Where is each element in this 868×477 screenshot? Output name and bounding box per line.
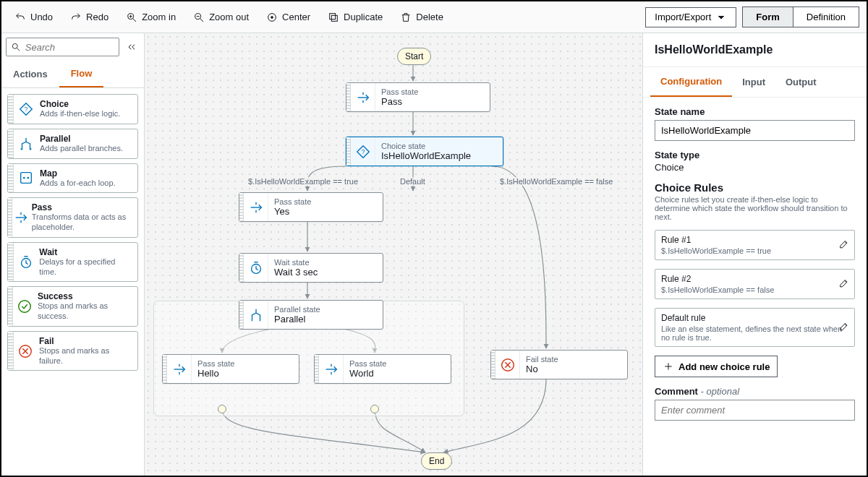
main: Actions Flow ? ChoiceAdds if-then-else l… (1, 33, 867, 476)
duplicate-button[interactable]: Duplicate (322, 9, 388, 26)
tab-actions[interactable]: Actions (1, 61, 59, 87)
svg-rect-4 (331, 15, 337, 21)
center-button[interactable]: Center (260, 9, 316, 26)
choice-rule-2[interactable]: Rule #2 $.IsHelloWorldExample == false (655, 269, 855, 299)
edit-rule-button[interactable] (838, 321, 850, 335)
flow-palette: ? ChoiceAdds if-then-else logic. Paralle… (1, 88, 144, 377)
plus-icon (663, 361, 674, 372)
delete-label: Delete (416, 12, 443, 22)
state-name-input[interactable] (655, 120, 855, 141)
choice-rule-1[interactable]: Rule #1 $.IsHelloWorldExample == true (655, 230, 855, 260)
palette-item-map[interactable]: MapAdds a for-each loop. (7, 163, 138, 194)
node-world[interactable]: Pass stateWorld (314, 354, 451, 384)
node-hello[interactable]: Pass stateHello (162, 354, 299, 384)
node-label: Pass (381, 96, 418, 107)
palette-item-title: Parallel (40, 134, 123, 144)
node-yes[interactable]: Pass stateYes (239, 192, 383, 222)
redo-button[interactable]: Redo (64, 9, 114, 26)
fail-icon (17, 343, 33, 359)
fail-icon (500, 357, 516, 373)
node-parallel[interactable]: Parallel stateParallel (239, 300, 383, 330)
edge-label-false: $.IsHelloWorldExample == false (498, 177, 615, 186)
node-label: Wait 3 sec (274, 267, 318, 278)
node-subtitle: Pass state (349, 359, 386, 368)
tab-configuration[interactable]: Configuration (650, 67, 732, 97)
zoom-out-label: Zoom out (209, 12, 249, 22)
tab-output[interactable]: Output (775, 67, 827, 97)
pass-icon (248, 199, 264, 215)
redo-label: Redo (86, 12, 109, 22)
edge-label-default: Default (398, 177, 427, 186)
palette-item-title: Pass (32, 202, 133, 212)
edit-rule-button[interactable] (838, 278, 850, 291)
drag-handle[interactable] (8, 129, 14, 158)
palette-item-title: Fail (39, 336, 133, 346)
edit-rule-button[interactable] (838, 239, 850, 252)
drag-handle[interactable] (8, 95, 14, 124)
view-definition-button[interactable]: Definition (793, 7, 859, 27)
palette-item-wait[interactable]: WaitDelays for a specified time. (7, 242, 138, 283)
node-subtitle: Fail state (526, 355, 558, 364)
drag-handle[interactable] (8, 332, 14, 371)
search-input-wrapper[interactable] (6, 38, 119, 56)
node-pass[interactable]: Pass statePass (346, 82, 490, 112)
view-form-button[interactable]: Form (743, 7, 793, 27)
drag-handle[interactable] (8, 164, 14, 193)
choice-rule-default[interactable]: Default rule Like an else statement, def… (655, 308, 855, 347)
start-node[interactable]: Start (397, 48, 431, 65)
workflow-canvas[interactable]: Start Pass statePass ? Choice stateIsHel… (145, 33, 642, 476)
palette-item-desc: Adds a for-each loop. (40, 179, 116, 189)
node-label: IsHelloWorldExample (381, 150, 471, 161)
success-icon (17, 298, 33, 314)
drag-handle[interactable] (8, 243, 14, 282)
zoom-in-button[interactable]: Zoom in (120, 9, 182, 26)
palette-item-success[interactable]: SuccessStops and marks as success. (7, 286, 138, 327)
state-type-value: Choice (655, 162, 855, 173)
collapse-sidebar-button[interactable] (124, 39, 140, 55)
end-node[interactable]: End (421, 452, 452, 470)
rule-desc: $.IsHelloWorldExample == true (661, 246, 848, 255)
node-label: No (526, 364, 558, 374)
add-choice-rule-button[interactable]: Add new choice rule (655, 356, 778, 377)
import-export-button[interactable]: Import/Export (645, 7, 736, 27)
duplicate-icon (328, 12, 339, 23)
view-toggle: Form Definition (742, 7, 859, 27)
import-export-label: Import/Export (655, 12, 711, 22)
choice-rules-hint: Choice rules let you create if-then-else… (655, 195, 855, 221)
delete-button[interactable]: Delete (394, 9, 449, 26)
zoom-out-button[interactable]: Zoom out (187, 9, 255, 26)
node-wait[interactable]: Wait stateWait 3 sec (239, 253, 383, 283)
sidebar-tabs: Actions Flow (1, 61, 144, 88)
edit-icon (838, 278, 850, 289)
palette-item-parallel[interactable]: ParallelAdds parallel branches. (7, 129, 138, 159)
palette-item-pass[interactable]: PassTransforms data or acts as placehold… (7, 197, 138, 238)
node-choice[interactable]: ? Choice stateIsHelloWorldExample (346, 137, 503, 166)
pass-icon (13, 210, 29, 225)
node-no[interactable]: Fail stateNo (490, 350, 628, 379)
pass-icon (355, 90, 371, 106)
tab-flow[interactable]: Flow (59, 61, 104, 87)
drag-handle[interactable] (8, 287, 13, 326)
search-input[interactable] (25, 42, 114, 53)
palette-item-fail[interactable]: FailStops and marks as failure. (7, 331, 138, 371)
choice-rules-heading: Choice Rules (655, 181, 855, 194)
palette-item-title: Choice (40, 99, 120, 109)
palette-item-title: Map (40, 168, 116, 179)
palette-item-choice[interactable]: ? ChoiceAdds if-then-else logic. (7, 94, 138, 124)
toolbar: Undo Redo Zoom in Zoom out Center Duplic… (1, 1, 867, 33)
redo-icon (70, 12, 82, 23)
inspector-panel: IsHelloWorldExample Configuration Input … (642, 33, 867, 476)
tab-input[interactable]: Input (732, 67, 775, 97)
palette-item-desc: Delays for a specified time. (39, 257, 133, 278)
palette-item-desc: Stops and marks as failure. (39, 346, 133, 366)
undo-label: Undo (30, 12, 53, 22)
inspector-title: IsHelloWorldExample (643, 33, 867, 67)
delete-icon (400, 12, 412, 23)
state-name-label: State name (655, 106, 855, 117)
comment-input[interactable] (655, 400, 855, 421)
map-icon (18, 170, 34, 186)
caret-down-icon (715, 12, 727, 23)
undo-button[interactable]: Undo (9, 9, 59, 26)
parallel-icon (18, 136, 34, 152)
palette-item-desc: Adds parallel branches. (40, 144, 123, 154)
